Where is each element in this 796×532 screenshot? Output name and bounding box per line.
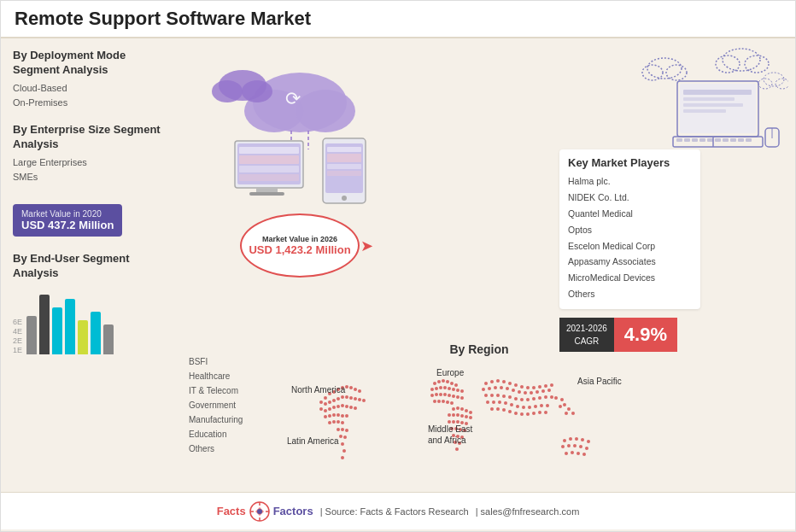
svg-point-177 (484, 394, 488, 397)
mv2026-value: USD 1,423.2 Million (249, 243, 350, 256)
svg-point-159 (520, 385, 524, 389)
svg-point-218 (569, 437, 572, 441)
svg-point-81 (354, 406, 357, 410)
svg-point-152 (455, 447, 459, 451)
svg-point-92 (337, 428, 340, 431)
svg-point-183 (520, 398, 524, 401)
svg-rect-41 (676, 138, 682, 142)
svg-rect-38 (683, 97, 735, 101)
svg-point-199 (546, 404, 549, 407)
svg-point-135 (460, 414, 464, 418)
svg-point-210 (554, 396, 558, 400)
svg-point-122 (433, 400, 436, 403)
svg-point-166 (488, 387, 491, 390)
svg-point-89 (332, 420, 336, 424)
svg-point-219 (575, 437, 578, 441)
svg-point-200 (490, 407, 494, 411)
svg-point-107 (435, 387, 438, 390)
svg-point-163 (544, 384, 547, 388)
key-players-box: Key Market Players Halma plc. NIDEK Co. … (559, 149, 700, 309)
svg-point-115 (435, 393, 438, 396)
svg-point-80 (349, 406, 353, 409)
svg-point-58 (345, 385, 348, 389)
svg-point-124 (442, 400, 445, 403)
svg-point-192 (504, 401, 507, 405)
svg-point-189 (486, 400, 489, 404)
svg-point-203 (508, 410, 512, 413)
svg-point-167 (494, 386, 497, 389)
svg-point-130 (465, 409, 468, 412)
enterprise-items: Large Enterprises SMEs (13, 155, 173, 185)
deployment-section: By Deployment Mode Segment Analysis Clou… (13, 49, 173, 111)
title-bar: Remote Support Software Market (1, 1, 795, 38)
footer-factors: Factors (273, 505, 313, 517)
svg-point-70 (354, 397, 357, 400)
svg-point-77 (337, 405, 340, 408)
svg-point-174 (536, 390, 539, 394)
svg-point-229 (577, 452, 580, 455)
svg-point-2 (296, 90, 355, 132)
svg-point-110 (448, 387, 451, 390)
region-middle-east: Middle Eastand Africa (428, 424, 472, 446)
svg-point-187 (544, 395, 547, 399)
svg-point-66 (337, 397, 340, 400)
svg-point-65 (332, 399, 336, 402)
svg-point-157 (508, 382, 512, 385)
svg-point-211 (560, 398, 564, 401)
mv2026-label: Market Value in 2026 (262, 235, 337, 243)
svg-point-129 (460, 407, 464, 411)
svg-rect-12 (249, 192, 284, 196)
svg-point-164 (550, 383, 553, 387)
svg-point-198 (540, 404, 543, 407)
deployment-title: By Deployment Mode Segment Analysis (13, 49, 173, 78)
footer-logo-icon (249, 500, 271, 523)
region-section: By Region (274, 342, 684, 492)
svg-point-221 (587, 440, 590, 443)
svg-rect-48 (730, 138, 736, 142)
svg-rect-21 (327, 154, 361, 162)
svg-point-172 (524, 391, 527, 395)
svg-point-154 (490, 380, 494, 383)
svg-rect-23 (327, 171, 361, 176)
svg-rect-40 (683, 109, 726, 113)
svg-point-184 (526, 398, 530, 401)
svg-point-97 (341, 442, 344, 446)
svg-point-60 (354, 388, 357, 391)
svg-point-217 (563, 439, 566, 442)
svg-point-119 (452, 395, 455, 398)
svg-point-220 (581, 438, 584, 441)
bar-1 (26, 316, 37, 354)
svg-point-106 (430, 388, 434, 391)
world-map: North America Latin America Europe Middl… (274, 360, 667, 492)
svg-point-104 (450, 382, 454, 385)
svg-point-88 (328, 421, 331, 424)
key-players-title: Key Market Players (568, 156, 692, 169)
svg-point-165 (482, 388, 485, 391)
svg-point-68 (345, 395, 348, 399)
enterprise-title: By Enterprise Size Segment Analysis (13, 123, 173, 152)
svg-rect-49 (738, 138, 744, 142)
footer-source: | Source: Facts & Factors Research (320, 506, 469, 517)
left-panel: By Deployment Mode Segment Analysis Clou… (1, 38, 184, 365)
svg-point-4 (212, 80, 243, 102)
desktop-monitor (231, 137, 312, 205)
svg-rect-37 (683, 90, 752, 95)
svg-point-171 (518, 390, 521, 394)
page-title: Remote Support Software Market (15, 8, 781, 30)
svg-point-206 (526, 412, 530, 416)
svg-point-120 (456, 395, 459, 399)
svg-rect-20 (327, 147, 361, 152)
svg-point-29 (745, 56, 769, 73)
svg-point-19 (342, 196, 347, 201)
svg-point-188 (550, 395, 553, 399)
svg-point-5 (242, 80, 272, 102)
svg-point-191 (498, 400, 501, 404)
svg-point-169 (506, 387, 509, 390)
svg-point-86 (341, 414, 344, 418)
bar-chart: 6E 4E 2E 1E (13, 286, 173, 354)
svg-point-153 (484, 382, 488, 385)
svg-point-216 (565, 412, 568, 415)
svg-rect-15 (239, 166, 299, 172)
enterprise-item-1: Large Enterprises (13, 155, 173, 171)
svg-point-63 (324, 402, 327, 406)
